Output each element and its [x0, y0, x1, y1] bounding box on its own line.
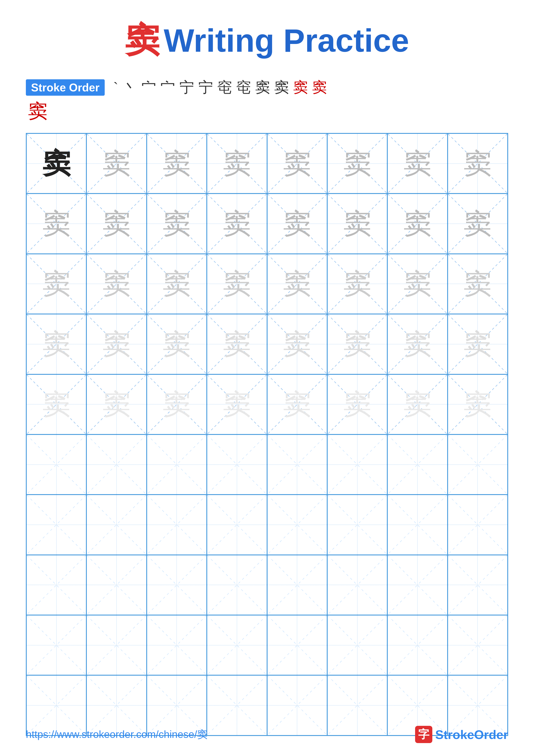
grid-cell[interactable]: 窦 [387, 314, 447, 374]
grid-cell[interactable]: 窦 [26, 194, 87, 254]
grid-cell[interactable] [267, 495, 327, 555]
grid-cell[interactable]: 窦 [87, 254, 146, 314]
footer-url[interactable]: https://www.strokeorder.com/chinese/窦 [26, 728, 207, 741]
grid-row: 窦窦窦窦窦窦窦窦 [26, 374, 508, 434]
svg-line-94 [448, 435, 507, 494]
grid-cell[interactable] [87, 495, 146, 555]
footer: https://www.strokeorder.com/chinese/窦 字 … [26, 726, 508, 743]
grid-cell[interactable]: 窦 [327, 314, 387, 374]
svg-line-137 [267, 615, 327, 675]
cell-char: 窦 [403, 149, 431, 177]
cell-char: 窦 [42, 149, 70, 177]
grid-cell[interactable]: 窦 [387, 194, 447, 254]
stroke-step-9: 窦 [253, 77, 272, 98]
grid-cell[interactable] [147, 615, 207, 675]
grid-cell[interactable]: 窦 [267, 314, 327, 374]
grid-cell[interactable] [26, 434, 87, 495]
cell-char: 窦 [343, 390, 371, 418]
grid-cell[interactable] [447, 555, 508, 615]
grid-cell[interactable]: 窦 [387, 133, 447, 194]
svg-line-121 [267, 555, 327, 615]
grid-cell[interactable] [147, 434, 207, 495]
grid-cell[interactable]: 窦 [327, 194, 387, 254]
svg-line-124 [388, 555, 447, 615]
grid-cell[interactable]: 窦 [147, 254, 207, 314]
grid-row: 窦窦窦窦窦窦窦窦 [26, 133, 508, 194]
cell-char: 窦 [403, 210, 431, 238]
grid-cell[interactable] [267, 555, 327, 615]
svg-line-92 [388, 435, 447, 494]
grid-cell[interactable] [447, 495, 508, 555]
grid-cell[interactable]: 窦 [267, 133, 327, 194]
grid-cell[interactable]: 窦 [447, 314, 508, 374]
grid-cell[interactable]: 窦 [387, 374, 447, 434]
grid-cell[interactable] [327, 434, 387, 495]
grid-cell[interactable] [87, 615, 146, 675]
grid-cell[interactable] [87, 555, 146, 615]
grid-cell[interactable] [26, 615, 87, 675]
grid-cell[interactable]: 窦 [147, 314, 207, 374]
svg-line-102 [207, 495, 267, 554]
grid-cell[interactable] [327, 615, 387, 675]
grid-cell[interactable] [26, 555, 87, 615]
cell-char: 窦 [103, 330, 131, 358]
grid-cell[interactable]: 窦 [327, 254, 387, 314]
grid-cell[interactable]: 窦 [26, 254, 87, 314]
cell-char: 窦 [42, 210, 70, 238]
svg-line-132 [147, 615, 206, 675]
grid-cell[interactable] [387, 434, 447, 495]
grid-cell[interactable] [207, 434, 267, 495]
grid-cell[interactable] [267, 615, 327, 675]
grid-cell[interactable]: 窦 [147, 194, 207, 254]
grid-cell[interactable] [387, 495, 447, 555]
grid-cell[interactable]: 窦 [147, 374, 207, 434]
cell-char: 窦 [283, 330, 311, 358]
grid-cell[interactable]: 窦 [87, 194, 146, 254]
grid-cell[interactable]: 窦 [267, 194, 327, 254]
grid-cell[interactable]: 窦 [447, 254, 508, 314]
grid-cell[interactable]: 窦 [327, 374, 387, 434]
grid-cell[interactable] [26, 495, 87, 555]
grid-cell[interactable]: 窦 [267, 374, 327, 434]
grid-cell[interactable]: 窦 [87, 133, 146, 194]
grid-cell[interactable]: 窦 [26, 374, 87, 434]
svg-line-93 [388, 435, 447, 494]
svg-line-127 [448, 555, 507, 615]
grid-cell[interactable] [207, 555, 267, 615]
grid-cell[interactable]: 窦 [387, 254, 447, 314]
cell-char: 窦 [163, 149, 191, 177]
grid-cell[interactable] [87, 434, 146, 495]
grid-cell[interactable]: 窦 [327, 133, 387, 194]
grid-cell[interactable] [447, 434, 508, 495]
grid-cell[interactable]: 窦 [447, 374, 508, 434]
grid-cell[interactable] [147, 495, 207, 555]
svg-line-120 [267, 555, 327, 615]
grid-cell[interactable]: 窦 [207, 314, 267, 374]
grid-cell[interactable]: 窦 [147, 133, 207, 194]
svg-line-134 [207, 615, 267, 675]
grid-cell[interactable] [207, 615, 267, 675]
grid-cell[interactable] [327, 495, 387, 555]
grid-cell[interactable] [387, 555, 447, 615]
cell-char: 窦 [464, 270, 492, 298]
grid-cell[interactable]: 窦 [207, 374, 267, 434]
grid-cell[interactable]: 窦 [207, 194, 267, 254]
grid-cell[interactable]: 窦 [267, 254, 327, 314]
grid-cell[interactable] [327, 555, 387, 615]
cell-char: 窦 [283, 210, 311, 238]
grid-cell[interactable]: 窦 [87, 374, 146, 434]
grid-cell[interactable]: 窦 [447, 133, 508, 194]
grid-cell[interactable]: 窦 [447, 194, 508, 254]
grid-cell[interactable] [207, 495, 267, 555]
grid-cell[interactable] [387, 615, 447, 675]
stroke-order-label: Stroke Order [26, 79, 105, 96]
grid-cell[interactable]: 窦 [207, 133, 267, 194]
grid-cell[interactable] [267, 434, 327, 495]
stroke-step-8: 窀 [234, 77, 253, 98]
grid-cell[interactable] [147, 555, 207, 615]
grid-cell[interactable]: 窦 [26, 133, 87, 194]
grid-cell[interactable]: 窦 [87, 314, 146, 374]
grid-cell[interactable]: 窦 [207, 254, 267, 314]
grid-cell[interactable] [447, 615, 508, 675]
grid-cell[interactable]: 窦 [26, 314, 87, 374]
